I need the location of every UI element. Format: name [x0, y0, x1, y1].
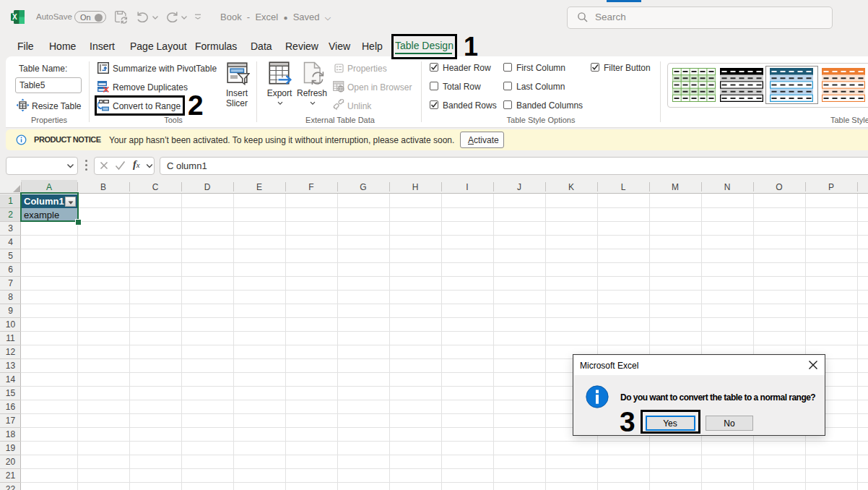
svg-text:X: X: [12, 13, 17, 21]
